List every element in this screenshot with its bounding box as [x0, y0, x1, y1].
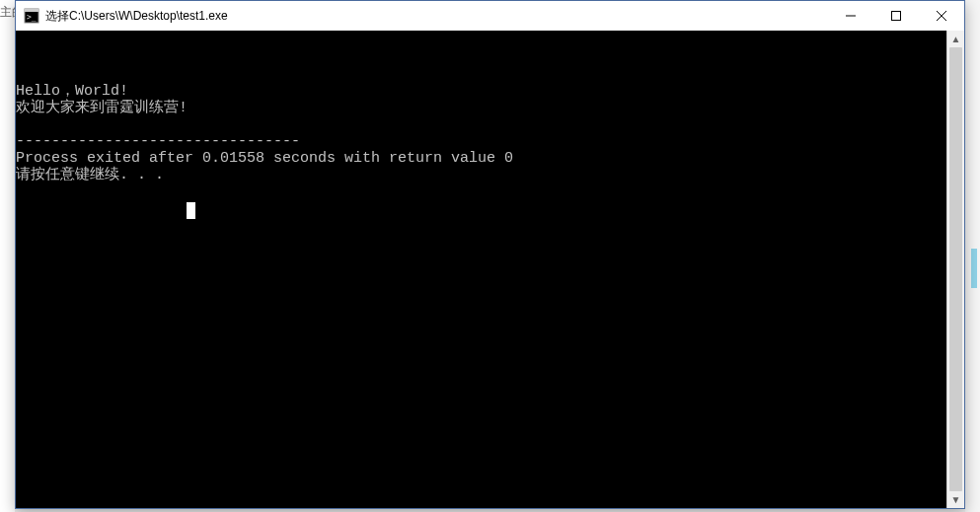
background-right-strip: [965, 0, 980, 512]
console-line: 请按任意键继续. . .: [16, 167, 946, 183]
background-editor-strip: 主的包00题0司版2所2了次: [0, 0, 15, 512]
svg-rect-3: [892, 12, 901, 21]
console-line: 欢迎大家来到雷霆训练营!: [16, 100, 946, 116]
console-line: [16, 116, 946, 133]
background-accent: [971, 249, 977, 288]
close-button[interactable]: [919, 1, 964, 31]
window-title: 选择C:\Users\W\Desktop\test1.exe: [45, 8, 228, 25]
console-line: Hello，World!: [16, 83, 946, 100]
minimize-button[interactable]: [828, 1, 873, 31]
svg-rect-1: [25, 9, 38, 12]
titlebar[interactable]: >_ 选择C:\Users\W\Desktop\test1.exe: [16, 1, 964, 31]
scroll-up-arrow[interactable]: ▲: [947, 31, 964, 47]
vertical-scrollbar[interactable]: ▲ ▼: [946, 31, 964, 508]
scrollbar-track[interactable]: [947, 47, 964, 491]
console-output[interactable]: Hello，World!欢迎大家来到雷霆训练营! ---------------…: [16, 31, 946, 508]
text-cursor: [187, 202, 195, 219]
console-line: --------------------------------: [16, 133, 946, 150]
window-client-area: Hello，World!欢迎大家来到雷霆训练营! ---------------…: [16, 31, 964, 508]
console-app-icon: >_: [24, 8, 39, 24]
svg-text:>_: >_: [27, 13, 37, 22]
background-editor-line: 主: [0, 6, 12, 20]
console-window: >_ 选择C:\Users\W\Desktop\test1.exe Hello，…: [15, 0, 965, 509]
console-line: Process exited after 0.01558 seconds wit…: [16, 150, 946, 167]
window-controls: [828, 1, 964, 31]
scroll-down-arrow[interactable]: ▼: [947, 491, 964, 508]
maximize-button[interactable]: [873, 1, 919, 31]
scrollbar-thumb[interactable]: [949, 47, 962, 491]
